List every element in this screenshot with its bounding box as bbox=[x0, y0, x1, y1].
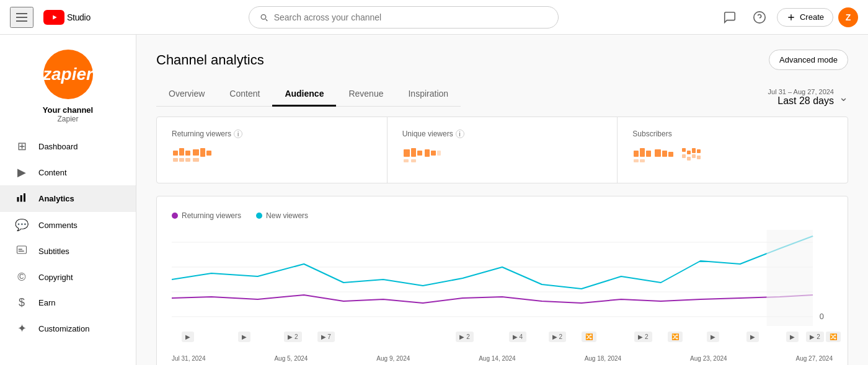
sidebar-item-label: Copyright bbox=[38, 273, 73, 282]
content-icon: ▶ bbox=[15, 165, 29, 179]
analytics-icon bbox=[15, 191, 29, 206]
tab-overview[interactable]: Overview bbox=[156, 82, 217, 107]
video-marker[interactable]: ▶ 2 bbox=[806, 332, 823, 342]
channel-subtitle: Zapier bbox=[57, 115, 78, 123]
sidebar-item-label: Content bbox=[38, 168, 67, 177]
svg-rect-19 bbox=[411, 148, 416, 157]
date-range-text: Jul 31 – Aug 27, 2024 bbox=[768, 88, 834, 95]
sidebar-item-label: Earn bbox=[38, 298, 55, 307]
video-marker[interactable]: ▶ bbox=[707, 332, 719, 342]
sidebar-item-customization[interactable]: ✦ Customization bbox=[0, 315, 136, 341]
svg-rect-27 bbox=[640, 148, 645, 157]
svg-rect-13 bbox=[206, 151, 211, 156]
svg-rect-4 bbox=[24, 193, 25, 202]
studio-label: Studio bbox=[67, 12, 91, 22]
help-icon-button[interactable] bbox=[747, 5, 772, 30]
svg-rect-21 bbox=[425, 149, 430, 157]
new-dot bbox=[256, 213, 262, 219]
video-marker[interactable]: ▶ 2 bbox=[549, 332, 566, 342]
svg-rect-38 bbox=[682, 154, 686, 158]
tab-revenue[interactable]: Revenue bbox=[336, 82, 396, 107]
copyright-icon: © bbox=[15, 271, 29, 284]
x-axis-labels: Jul 31, 2024 Aug 5, 2024 Aug 9, 2024 Aug… bbox=[172, 353, 833, 364]
video-marker[interactable]: 🔀 bbox=[582, 332, 596, 342]
video-marker[interactable]: ▶ 7 bbox=[317, 332, 335, 342]
svg-rect-20 bbox=[417, 151, 422, 156]
video-marker[interactable]: ▶ 2 bbox=[456, 332, 473, 342]
sidebar-item-subtitles[interactable]: Subtitles bbox=[0, 238, 136, 265]
chart-legend: Returning viewers New viewers bbox=[172, 206, 833, 225]
svg-rect-30 bbox=[662, 151, 667, 157]
metric-value bbox=[172, 146, 372, 170]
page-header: Channel analytics Advanced mode bbox=[156, 50, 848, 70]
video-marker[interactable]: ▶ bbox=[746, 332, 759, 342]
svg-rect-26 bbox=[634, 151, 639, 157]
svg-rect-23 bbox=[404, 159, 409, 162]
chevron-down-icon: ⌄ bbox=[839, 90, 848, 104]
tab-audience[interactable]: Audience bbox=[272, 82, 336, 107]
video-marker[interactable]: ▶ 2 bbox=[634, 332, 652, 342]
date-range-selector[interactable]: Jul 31 – Aug 27, 2024 Last 28 days ⌄ bbox=[768, 88, 848, 107]
chart-container: Returning viewers New viewers 0 bbox=[156, 196, 848, 365]
avatar[interactable]: Z bbox=[838, 7, 858, 27]
chart-area: 0 bbox=[172, 230, 833, 329]
logo: Studio bbox=[43, 10, 91, 25]
svg-rect-29 bbox=[655, 149, 661, 157]
analytics-tabs: Overview Content Audience Revenue Inspir… bbox=[156, 82, 461, 107]
metric-subscribers: Subscribers bbox=[618, 117, 848, 183]
menu-button[interactable] bbox=[10, 7, 33, 28]
comments-icon: 💬 bbox=[15, 218, 29, 232]
sidebar-item-earn[interactable]: $ Earn bbox=[0, 290, 136, 315]
video-marker[interactable]: ▶ 4 bbox=[509, 332, 526, 342]
metric-label: Subscribers bbox=[632, 130, 833, 138]
sidebar-item-dashboard[interactable]: ⊞ Dashboard bbox=[0, 133, 136, 159]
tab-content[interactable]: Content bbox=[217, 82, 272, 107]
sidebar-item-copyright[interactable]: © Copyright bbox=[0, 265, 136, 290]
earn-icon: $ bbox=[15, 296, 29, 309]
video-marker[interactable]: ▶ bbox=[786, 332, 799, 342]
video-marker[interactable]: ▶ 2 bbox=[284, 332, 301, 342]
channel-name: Your channel bbox=[43, 105, 93, 115]
date-period-label: Last 28 days bbox=[768, 95, 834, 107]
channel-avatar: zapier bbox=[43, 50, 93, 99]
sidebar-item-comments[interactable]: 💬 Comments bbox=[0, 212, 136, 238]
sidebar-navigation: ⊞ Dashboard ▶ Content Analytics 💬 Commen… bbox=[0, 133, 136, 341]
metric-returning-viewers: Returning viewers i bbox=[157, 117, 388, 183]
sidebar: zapier Your channel Zapier ⊞ Dashboard ▶… bbox=[0, 35, 136, 365]
advanced-mode-button[interactable]: Advanced mode bbox=[769, 50, 848, 70]
svg-rect-39 bbox=[687, 157, 691, 161]
svg-point-1 bbox=[754, 11, 765, 22]
comments-icon-button[interactable] bbox=[717, 5, 742, 30]
metric-value bbox=[632, 146, 833, 170]
sidebar-item-label: Dashboard bbox=[38, 142, 78, 151]
svg-rect-16 bbox=[185, 158, 190, 162]
tab-inspiration[interactable]: Inspiration bbox=[396, 82, 461, 107]
svg-rect-3 bbox=[20, 195, 22, 202]
video-marker[interactable]: 🔀 bbox=[826, 332, 841, 342]
svg-rect-14 bbox=[173, 158, 178, 162]
create-button[interactable]: Create bbox=[777, 8, 833, 27]
svg-text:0: 0 bbox=[820, 312, 824, 321]
svg-rect-7 bbox=[19, 251, 24, 252]
info-icon[interactable]: i bbox=[234, 130, 242, 138]
search-bar[interactable] bbox=[249, 6, 559, 29]
search-input[interactable] bbox=[274, 12, 549, 22]
video-marker[interactable]: 🔀 bbox=[668, 332, 683, 342]
metric-label: Unique viewers i bbox=[402, 130, 603, 138]
video-marker[interactable]: ▶ bbox=[182, 332, 194, 342]
svg-rect-15 bbox=[179, 158, 184, 162]
video-marker[interactable]: ▶ bbox=[238, 332, 250, 342]
metrics-row: Returning viewers i bbox=[156, 117, 848, 183]
info-icon[interactable]: i bbox=[456, 130, 464, 138]
svg-rect-12 bbox=[200, 148, 205, 157]
svg-rect-36 bbox=[692, 148, 696, 153]
subtitles-icon bbox=[15, 244, 29, 258]
video-markers-row: ▶ ▶ ▶ 2 ▶ 7 ▶ 2 ▶ 4 ▶ 2 🔀 ▶ 2 🔀 ▶ ▶ ▶ ▶ … bbox=[172, 332, 833, 350]
sidebar-item-analytics[interactable]: Analytics bbox=[0, 185, 136, 212]
main-content: Channel analytics Advanced mode Overview… bbox=[136, 35, 868, 365]
svg-rect-17 bbox=[193, 158, 199, 162]
sidebar-item-content[interactable]: ▶ Content bbox=[0, 159, 136, 185]
svg-rect-40 bbox=[692, 154, 696, 158]
metric-label: Returning viewers i bbox=[172, 130, 372, 138]
sidebar-item-label: Analytics bbox=[38, 194, 74, 203]
